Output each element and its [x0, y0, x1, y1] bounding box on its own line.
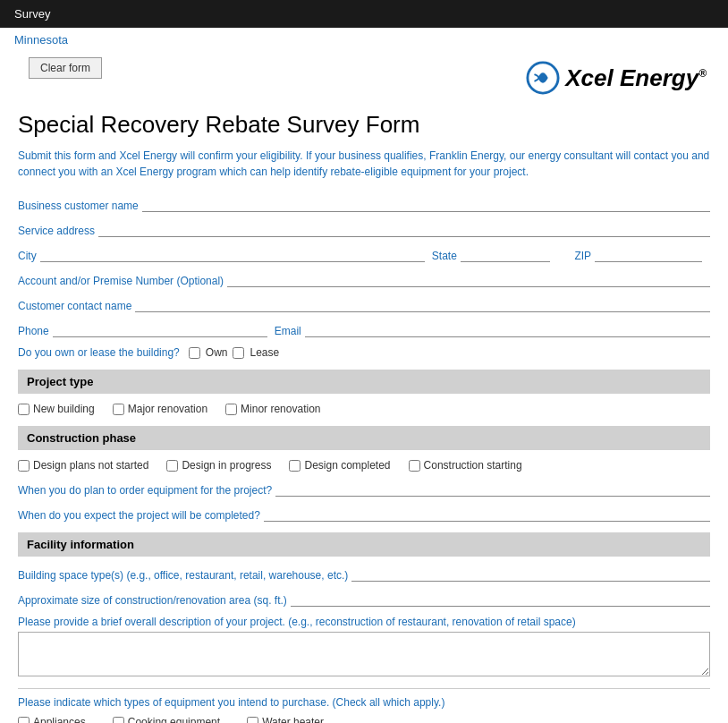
when-order-input[interactable]: [275, 481, 710, 497]
construction-phase-options: Design plans not started Design in progr…: [18, 459, 710, 472]
sub-bar-label: Minnesota: [14, 33, 68, 47]
city-state-zip-row: City State ZIP: [18, 246, 710, 262]
check-all-label: Please indicate which types of equipment…: [18, 696, 710, 709]
subtitle-text: Submit this form and Xcel Energy will co…: [18, 148, 710, 180]
email-segment: Email: [275, 321, 710, 337]
construction-starting-option: Construction starting: [409, 459, 522, 472]
zip-input[interactable]: [595, 246, 702, 262]
design-in-progress-option: Design in progress: [166, 459, 271, 472]
water-heater-item: Water heater: [247, 716, 324, 723]
city-label: City: [18, 250, 37, 262]
phone-input[interactable]: [53, 321, 267, 337]
building-space-input[interactable]: [351, 566, 710, 582]
zip-label: ZIP: [574, 250, 591, 262]
construction-starting-checkbox[interactable]: [409, 460, 420, 472]
approx-size-input[interactable]: [291, 591, 710, 607]
when-complete-input[interactable]: [264, 506, 710, 522]
appliances-item: Appliances: [18, 716, 86, 723]
building-space-row: Building space type(s) (e.g., office, re…: [18, 566, 710, 582]
project-type-option-2: Minor renovation: [225, 403, 320, 415]
main-content: Special Recovery Rebate Survey Form Subm…: [0, 104, 728, 723]
service-address-row: Service address: [18, 221, 710, 237]
xcel-energy-logo: Xcel Energy®: [526, 61, 707, 95]
cooking-equipment-label: Cooking equipment: [128, 716, 220, 723]
own-lease-label: Do you own or lease the building?: [18, 346, 180, 359]
page-title: Special Recovery Rebate Survey Form: [18, 111, 710, 139]
when-complete-row: When do you expect the project will be c…: [18, 506, 710, 522]
project-type-option-1: Major renovation: [113, 403, 207, 415]
major-renovation-label: Major renovation: [128, 403, 207, 415]
design-completed-checkbox[interactable]: [289, 460, 301, 472]
design-not-started-label: Design plans not started: [33, 459, 148, 472]
zip-segment: ZIP: [574, 246, 710, 262]
equipment-grid: Appliances Cooking equipment Water heate…: [18, 716, 710, 723]
cooking-equipment-item: Cooking equipment: [113, 716, 220, 723]
equipment-col-1: Appliances: [18, 716, 86, 723]
equipment-col-3: Water heater: [247, 716, 324, 723]
description-textarea[interactable]: [18, 632, 710, 676]
business-customer-input[interactable]: [142, 196, 710, 212]
account-premise-label: Account and/or Premise Number (Optional): [18, 275, 224, 287]
approx-size-row: Approximate size of construction/renovat…: [18, 591, 710, 607]
city-input[interactable]: [40, 246, 425, 262]
when-complete-label: When do you expect the project will be c…: [18, 509, 260, 522]
business-customer-label: Business customer name: [18, 200, 139, 212]
city-segment: City: [18, 246, 425, 262]
phone-segment: Phone: [18, 321, 267, 337]
cooking-equipment-checkbox[interactable]: [113, 717, 124, 724]
when-order-row: When you do plan to order equipment for …: [18, 481, 710, 497]
own-label: Own: [206, 346, 228, 359]
state-input[interactable]: [461, 246, 550, 262]
contact-name-label: Customer contact name: [18, 300, 131, 312]
building-space-label: Building space type(s) (e.g., office, re…: [18, 569, 348, 582]
phone-label: Phone: [18, 325, 49, 337]
design-not-started-checkbox[interactable]: [18, 460, 30, 472]
contact-name-row: Customer contact name: [18, 296, 710, 312]
project-type-options: New building Major renovation Minor reno…: [18, 403, 710, 415]
own-checkbox[interactable]: [189, 347, 200, 359]
when-order-label: When you do plan to order equipment for …: [18, 484, 272, 497]
project-type-option-0: New building: [18, 403, 95, 415]
xcel-label: Xcel Energy®: [565, 64, 707, 92]
email-label: Email: [275, 325, 301, 337]
clear-form-button[interactable]: Clear form: [29, 57, 102, 79]
water-heater-label: Water heater: [262, 716, 324, 723]
minor-renovation-label: Minor renovation: [241, 403, 320, 415]
divider-1: [18, 688, 710, 689]
description-section: Please provide a brief overall descripti…: [18, 616, 710, 679]
phone-email-row: Phone Email: [18, 321, 710, 337]
design-in-progress-checkbox[interactable]: [166, 460, 178, 472]
description-label: Please provide a brief overall descripti…: [18, 616, 710, 628]
minor-renovation-checkbox[interactable]: [225, 404, 237, 415]
xcel-logo-icon: [526, 61, 560, 95]
account-premise-row: Account and/or Premise Number (Optional): [18, 271, 710, 287]
design-not-started-option: Design plans not started: [18, 459, 148, 472]
construction-starting-label: Construction starting: [424, 459, 522, 472]
design-completed-label: Design completed: [304, 459, 390, 472]
water-heater-checkbox[interactable]: [247, 717, 258, 724]
own-lease-row: Do you own or lease the building? Own Le…: [18, 346, 710, 359]
service-address-input[interactable]: [98, 221, 710, 237]
construction-phase-header: Construction phase: [18, 426, 710, 450]
account-premise-input[interactable]: [227, 271, 710, 287]
top-bar-label: Survey: [14, 7, 50, 21]
design-completed-option: Design completed: [289, 459, 390, 472]
contact-name-input[interactable]: [135, 296, 710, 312]
design-in-progress-label: Design in progress: [182, 459, 271, 472]
appliances-checkbox[interactable]: [18, 717, 30, 724]
facility-info-header: Facility information: [18, 532, 710, 557]
major-renovation-checkbox[interactable]: [113, 404, 124, 415]
appliances-label: Appliances: [33, 716, 86, 723]
new-building-checkbox[interactable]: [18, 404, 30, 415]
state-label: State: [432, 250, 457, 262]
business-customer-row: Business customer name: [18, 196, 710, 212]
state-segment: State: [432, 246, 568, 262]
lease-label: Lease: [250, 346, 279, 359]
equipment-col-2: Cooking equipment: [113, 716, 220, 723]
lease-checkbox[interactable]: [233, 347, 244, 359]
approx-size-label: Approximate size of construction/renovat…: [18, 594, 287, 607]
project-type-header: Project type: [18, 370, 710, 394]
service-address-label: Service address: [18, 225, 95, 237]
email-input[interactable]: [305, 321, 710, 337]
new-building-label: New building: [33, 403, 95, 415]
